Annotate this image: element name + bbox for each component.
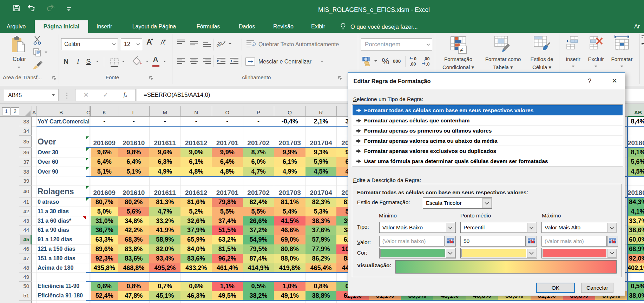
svg-text:≠: ≠ [460, 46, 464, 53]
svg-text:,0: ,0 [426, 62, 429, 67]
svg-text:0: 0 [414, 56, 416, 61]
svg-text:,00: ,00 [423, 56, 429, 61]
svg-text:,00: ,00 [410, 62, 416, 67]
